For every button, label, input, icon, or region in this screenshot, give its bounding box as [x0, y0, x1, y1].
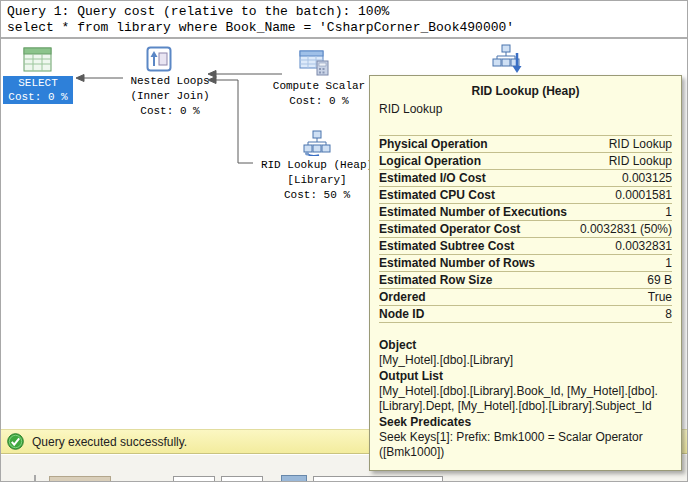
tooltip-row: Ordered True [379, 289, 672, 306]
taskbar-fragment [49, 476, 111, 481]
tooltip-row: Estimated Number of Executions 1 [379, 204, 672, 221]
status-message: Query executed successfully. [32, 435, 187, 449]
tooltip-row: Estimated Row Size 69 B [379, 272, 672, 289]
plan-node-select[interactable]: SELECT Cost: 0 % [1, 41, 81, 111]
tooltip-row: Node ID 8 [379, 306, 672, 323]
tooltip-row: Estimated I/O Cost 0.003125 [379, 170, 672, 187]
taskbar-fragment [173, 476, 215, 481]
compute-scalar-line1: Compute Scalar [259, 79, 379, 94]
success-check-icon [7, 433, 24, 450]
query-cost-line: Query 1: Query cost (relative to the bat… [7, 4, 681, 20]
result-grid-icon [23, 47, 52, 72]
tooltip-title: RID Lookup (Heap) [379, 83, 672, 99]
nested-loops-line1: Nested Loops [111, 74, 229, 89]
tooltip-row: Estimated Subtree Cost 0.0032831 [379, 238, 672, 255]
tooltip-row: Estimated Operator Cost 0.0032831 (50%) [379, 221, 672, 238]
tooltip-row: Physical Operation RID Lookup [379, 136, 672, 153]
operator-tooltip: RID Lookup (Heap) RID Lookup Physical Op… [369, 75, 682, 471]
nested-loops-cost: Cost: 0 % [111, 104, 229, 119]
tooltip-section-object: Object [My_Hotel].[dbo].[Library] [379, 337, 672, 368]
select-node-label[interactable]: SELECT Cost: 0 % [3, 76, 73, 104]
tooltip-row: Estimated CPU Cost 0.0001581 [379, 187, 672, 204]
rid-lookup-operator-icon[interactable] [491, 43, 523, 75]
tooltip-property-table: Physical Operation RID Lookup Logical Op… [379, 135, 672, 323]
tooltip-row: Estimated Number of Rows 1 [379, 255, 672, 272]
tooltip-section-seek-predicates: Seek Predicates Seek Keys[1]: Prefix: Bm… [379, 414, 672, 460]
rid-lookup-icon [302, 130, 332, 156]
taskbar-fragment [313, 476, 443, 481]
plan-node-compute-scalar[interactable]: Compute Scalar Cost: 0 % [259, 41, 379, 101]
tooltip-subtitle: RID Lookup [379, 101, 672, 117]
execution-plan-window: Query 1: Query cost (relative to the bat… [0, 0, 688, 482]
nested-loops-line2: (Inner Join) [111, 89, 229, 104]
tooltip-row: Logical Operation RID Lookup [379, 153, 672, 170]
tooltip-section-output-list: Output List [My_Hotel].[dbo].[Library].B… [379, 368, 672, 414]
plan-node-nested-loops[interactable]: Nested Loops (Inner Join) Cost: 0 % [111, 41, 229, 116]
nested-loops-icon [146, 46, 172, 72]
compute-scalar-icon [299, 50, 329, 76]
taskbar-fragment [34, 475, 36, 481]
taskbar-fragment [281, 475, 307, 481]
query-header: Query 1: Query cost (relative to the bat… [1, 1, 687, 39]
taskbar-fragment [221, 476, 263, 481]
query-sql-line: select * from library where Book_Name = … [7, 20, 681, 36]
compute-scalar-cost: Cost: 0 % [259, 94, 379, 109]
